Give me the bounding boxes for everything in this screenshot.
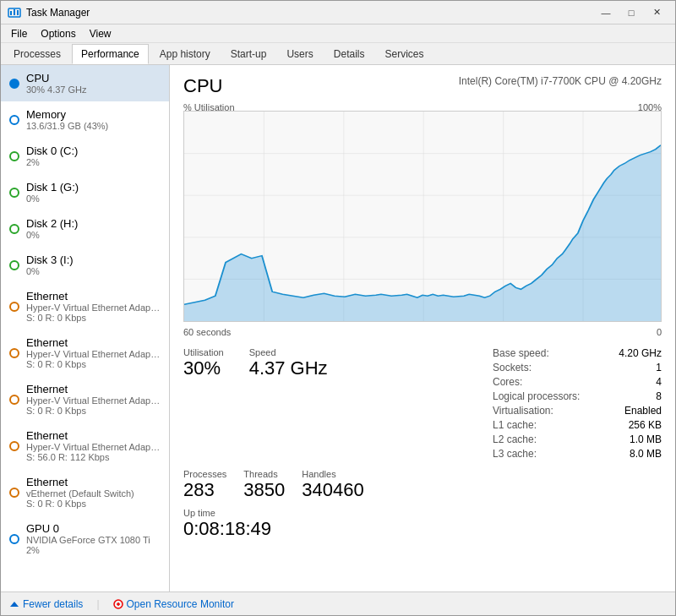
eth4-info: Ethernet Hyper-V Virtual Ethernet Adapte…	[26, 429, 161, 462]
sidebar-item-memory[interactable]: Memory 13.6/31.9 GB (43%)	[1, 101, 169, 138]
uptime-value: 0:08:18:49	[183, 518, 662, 540]
resource-monitor-icon	[113, 599, 123, 609]
sidebar-item-disk3[interactable]: Disk 3 (I:) 0%	[1, 247, 169, 283]
tab-services[interactable]: Services	[375, 44, 433, 64]
tab-startup[interactable]: Start-up	[221, 44, 276, 64]
tab-processes[interactable]: Processes	[4, 44, 70, 64]
disk2-detail: 0%	[26, 230, 161, 240]
chevron-up-icon	[9, 599, 19, 609]
base-speed-row: Base speed: 4.20 GHz	[493, 347, 662, 359]
close-button[interactable]: ✕	[645, 3, 668, 22]
utilisation-block: Utilisation 30%	[183, 347, 224, 462]
eth4-detail: Hyper-V Virtual Ethernet Adapter – Virtu…	[26, 442, 161, 452]
eth4-dot	[9, 441, 19, 451]
sidebar-item-eth4[interactable]: Ethernet Hyper-V Virtual Ethernet Adapte…	[1, 422, 169, 469]
eth3-detail: Hyper-V Virtual Ethernet Adapter – Docke…	[26, 395, 161, 406]
disk0-info: Disk 0 (C:) 2%	[26, 144, 161, 167]
task-manager-window: Task Manager — □ ✕ File Options View Pro…	[0, 0, 676, 616]
open-resource-text: Open Resource Monitor	[127, 598, 234, 610]
window-controls: — □ ✕	[594, 3, 668, 22]
fewer-details-link[interactable]: Fewer details	[9, 598, 83, 610]
sidebar-item-eth3[interactable]: Ethernet Hyper-V Virtual Ethernet Adapte…	[1, 376, 169, 422]
l2-label: L2 cache:	[493, 433, 537, 445]
tab-bar: Processes Performance App history Start-…	[1, 43, 675, 65]
tab-performance[interactable]: Performance	[72, 44, 149, 64]
menu-options[interactable]: Options	[34, 26, 82, 41]
sidebar-item-eth2[interactable]: Ethernet Hyper-V Virtual Ethernet Adapte…	[1, 330, 169, 376]
disk3-name: Disk 3 (I:)	[26, 253, 161, 266]
open-resource-monitor-link[interactable]: Open Resource Monitor	[113, 598, 234, 610]
spacer	[353, 347, 467, 462]
sidebar-item-disk2[interactable]: Disk 2 (H:) 0%	[1, 210, 169, 247]
l2-value: 1.0 MB	[630, 433, 662, 445]
eth1-sub: S: 0 R: 0 Kbps	[26, 313, 161, 323]
l2-row: L2 cache: 1.0 MB	[493, 433, 662, 445]
cores-value: 4	[656, 376, 662, 388]
disk1-dot	[9, 188, 19, 198]
disk2-info: Disk 2 (H:) 0%	[26, 217, 161, 240]
eth5-sub: S: 0 R: 0 Kbps	[26, 499, 161, 509]
disk1-info: Disk 1 (G:) 0%	[26, 181, 161, 204]
menu-file[interactable]: File	[4, 26, 34, 41]
details-right: Base speed: 4.20 GHz Sockets: 1 Cores: 4…	[493, 347, 662, 462]
cpu-name: CPU	[26, 72, 161, 84]
utilisation-value: 30%	[183, 357, 224, 379]
main-content: CPU 30% 4.37 GHz Memory 13.6/31.9 GB (43…	[1, 65, 675, 591]
eth1-name: Ethernet	[26, 290, 161, 303]
processes-block: Processes 283	[183, 469, 226, 501]
eth2-detail: Hyper-V Virtual Ethernet Adapter – Micro…	[26, 349, 161, 359]
gpu0-detail: NVIDIA GeForce GTX 1080 Ti	[26, 535, 161, 545]
maximize-button[interactable]: □	[619, 3, 643, 22]
threads-value: 3850	[243, 479, 285, 501]
gpu0-name: GPU 0	[26, 522, 161, 535]
sidebar-item-cpu[interactable]: CPU 30% 4.37 GHz	[1, 65, 169, 101]
menu-view[interactable]: View	[83, 26, 118, 41]
stats-row-2: Processes 283 Threads 3850 Handles 34046…	[183, 469, 662, 501]
logical-label: Logical processors:	[493, 390, 580, 402]
l1-value: 256 KB	[629, 419, 662, 431]
sidebar-item-eth5[interactable]: Ethernet vEthernet (Default Switch) S: 0…	[1, 469, 169, 515]
cpu-chart-svg	[184, 112, 661, 321]
memory-detail: 13.6/31.9 GB (43%)	[26, 121, 161, 131]
title-bar-left: Task Manager	[8, 6, 90, 19]
sidebar-item-eth1[interactable]: Ethernet Hyper-V Virtual Ethernet Adapte…	[1, 283, 169, 330]
eth3-dot	[9, 395, 19, 405]
cores-label: Cores:	[493, 376, 522, 388]
eth2-sub: S: 0 R: 0 Kbps	[26, 359, 161, 369]
cpu-chart	[183, 111, 662, 322]
right-panel: CPU Intel(R) Core(TM) i7-7700K CPU @ 4.2…	[170, 65, 675, 591]
disk2-name: Disk 2 (H:)	[26, 217, 161, 230]
l1-label: L1 cache:	[493, 419, 537, 431]
sidebar-item-disk1[interactable]: Disk 1 (G:) 0%	[1, 174, 169, 210]
eth1-detail: Hyper-V Virtual Ethernet Adapter – Windo…	[26, 303, 161, 313]
gpu0-sub: 2%	[26, 545, 161, 555]
cores-row: Cores: 4	[493, 376, 662, 388]
tab-users[interactable]: Users	[277, 44, 322, 64]
l3-value: 8.0 MB	[630, 448, 662, 460]
eth4-sub: S: 56.0 R: 112 Kbps	[26, 452, 161, 462]
utilisation-label: Utilisation	[183, 347, 224, 357]
eth2-info: Ethernet Hyper-V Virtual Ethernet Adapte…	[26, 336, 161, 369]
minimize-button[interactable]: —	[594, 3, 618, 22]
l3-row: L3 cache: 8.0 MB	[493, 448, 662, 460]
disk2-dot	[9, 224, 19, 234]
handles-block: Handles 340460	[302, 469, 363, 501]
bottom-separator: |	[96, 598, 99, 610]
tab-details[interactable]: Details	[324, 44, 374, 64]
sidebar-item-gpu0[interactable]: GPU 0 NVIDIA GeForce GTX 1080 Ti 2%	[1, 515, 169, 562]
stats-row-1: Utilisation 30% Speed 4.37 GHz Base spee…	[183, 347, 662, 462]
gpu0-dot	[9, 534, 19, 544]
memory-name: Memory	[26, 108, 161, 121]
tab-app-history[interactable]: App history	[150, 44, 220, 64]
threads-label: Threads	[243, 469, 285, 479]
l3-label: L3 cache:	[493, 448, 537, 460]
cpu-title: CPU	[183, 75, 222, 97]
disk3-detail: 0%	[26, 266, 161, 276]
eth4-name: Ethernet	[26, 429, 161, 442]
chart-x-end: 0	[657, 327, 662, 337]
eth5-dot	[9, 488, 19, 498]
sidebar-item-disk0[interactable]: Disk 0 (C:) 2%	[1, 138, 169, 174]
disk3-dot	[9, 260, 19, 270]
eth5-info: Ethernet vEthernet (Default Switch) S: 0…	[26, 476, 161, 509]
disk0-name: Disk 0 (C:)	[26, 144, 161, 157]
